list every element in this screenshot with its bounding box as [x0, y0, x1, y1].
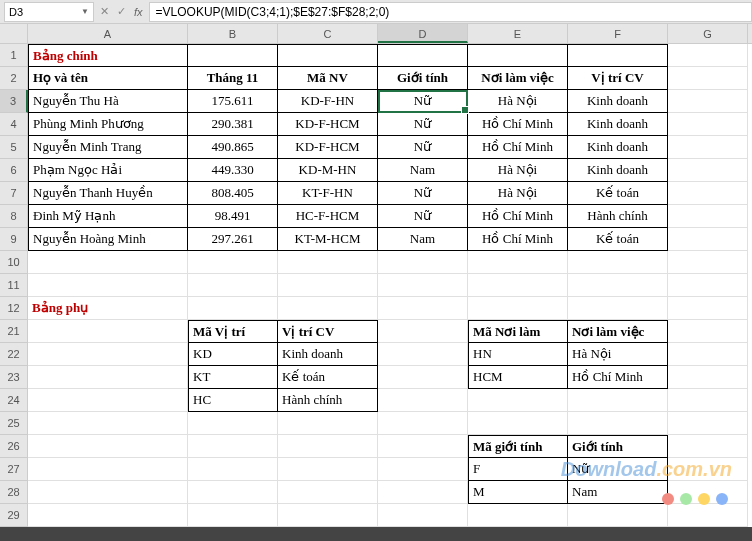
row-header[interactable]: 1 — [0, 44, 28, 67]
spreadsheet-grid[interactable]: A B C D E F G 1 Bảng chính 2 Họ và tên T… — [0, 24, 752, 527]
table-cell[interactable]: Nguyễn Minh Trang — [28, 136, 188, 159]
table-cell[interactable]: KT-M-HCM — [278, 228, 378, 251]
confirm-icon[interactable]: ✓ — [117, 5, 126, 18]
row-header[interactable]: 12 — [0, 297, 28, 320]
table-cell[interactable]: Kế toán — [568, 182, 668, 205]
table-cell[interactable]: Hồ Chí Minh — [468, 228, 568, 251]
row-header[interactable]: 21 — [0, 320, 28, 343]
row-header[interactable]: 29 — [0, 504, 28, 527]
section-title[interactable]: Bảng chính — [28, 44, 188, 67]
col-header[interactable]: B — [188, 24, 278, 43]
table-cell[interactable]: Phạm Ngọc Hải — [28, 159, 188, 182]
row-header[interactable]: 11 — [0, 274, 28, 297]
table-cell[interactable]: 449.330 — [188, 159, 278, 182]
place-h-code[interactable]: Mã Nơi làm — [468, 320, 568, 343]
row-header[interactable]: 25 — [0, 412, 28, 435]
th-pos[interactable]: Vị trí CV — [568, 67, 668, 90]
table-cell[interactable]: Hà Nội — [568, 343, 668, 366]
table-cell[interactable]: Nữ — [378, 182, 468, 205]
formula-input[interactable]: =VLOOKUP(MID(C3;4;1);$E$27:$F$28;2;0) — [149, 2, 752, 22]
table-cell[interactable]: Hồ Chí Minh — [468, 205, 568, 228]
sex-h-name[interactable]: Giới tính — [568, 435, 668, 458]
table-cell[interactable]: 490.865 — [188, 136, 278, 159]
table-cell[interactable]: 808.405 — [188, 182, 278, 205]
table-cell[interactable]: Kế toán — [568, 228, 668, 251]
table-cell[interactable]: Hồ Chí Minh — [468, 113, 568, 136]
table-cell[interactable]: Hà Nội — [468, 182, 568, 205]
row-header[interactable]: 2 — [0, 67, 28, 90]
table-cell[interactable]: 297.261 — [188, 228, 278, 251]
table-cell[interactable]: HCM — [468, 366, 568, 389]
table-cell[interactable]: KD-F-HCM — [278, 113, 378, 136]
col-header[interactable]: F — [568, 24, 668, 43]
th-month[interactable]: Tháng 11 — [188, 67, 278, 90]
row-header[interactable]: 8 — [0, 205, 28, 228]
table-cell[interactable]: Kinh doanh — [278, 343, 378, 366]
table-cell[interactable]: Nữ — [378, 113, 468, 136]
table-cell[interactable]: KT-F-HN — [278, 182, 378, 205]
table-cell[interactable]: 175.611 — [188, 90, 278, 113]
table-cell[interactable]: KD-M-HN — [278, 159, 378, 182]
table-cell[interactable]: Kinh doanh — [568, 90, 668, 113]
th-sex[interactable]: Giới tính — [378, 67, 468, 90]
section-title[interactable]: Bảng phụ — [28, 297, 188, 320]
row-header[interactable]: 28 — [0, 481, 28, 504]
col-header[interactable]: G — [668, 24, 748, 43]
table-cell[interactable]: Nữ — [378, 90, 468, 113]
table-cell[interactable]: HC — [188, 389, 278, 412]
table-cell[interactable]: Nguyễn Thanh Huyền — [28, 182, 188, 205]
table-cell[interactable]: Hành chính — [278, 389, 378, 412]
row-header[interactable]: 4 — [0, 113, 28, 136]
sex-h-code[interactable]: Mã giới tính — [468, 435, 568, 458]
row-header[interactable]: 27 — [0, 458, 28, 481]
table-cell[interactable]: Hành chính — [568, 205, 668, 228]
table-cell[interactable]: Hà Nội — [468, 90, 568, 113]
table-cell[interactable]: Kinh doanh — [568, 136, 668, 159]
pos-h-name[interactable]: Vị trí CV — [278, 320, 378, 343]
cancel-icon[interactable]: ✕ — [100, 5, 109, 18]
table-cell[interactable]: Kế toán — [278, 366, 378, 389]
chevron-down-icon[interactable]: ▼ — [81, 7, 89, 16]
row-header[interactable]: 9 — [0, 228, 28, 251]
th-code[interactable]: Mã NV — [278, 67, 378, 90]
table-cell[interactable]: F — [468, 458, 568, 481]
table-cell[interactable]: Nam — [378, 228, 468, 251]
row-header[interactable]: 6 — [0, 159, 28, 182]
table-cell[interactable]: Nguyễn Hoàng Minh — [28, 228, 188, 251]
table-cell[interactable]: HC-F-HCM — [278, 205, 378, 228]
row-header[interactable]: 23 — [0, 366, 28, 389]
row-header[interactable]: 26 — [0, 435, 28, 458]
table-cell[interactable]: KD — [188, 343, 278, 366]
row-header[interactable]: 10 — [0, 251, 28, 274]
col-header[interactable]: E — [468, 24, 568, 43]
row-header[interactable]: 7 — [0, 182, 28, 205]
table-cell[interactable]: Nữ — [378, 205, 468, 228]
table-cell[interactable]: Nữ — [378, 136, 468, 159]
table-cell[interactable]: KD-F-HCM — [278, 136, 378, 159]
table-cell[interactable]: KD-F-HN — [278, 90, 378, 113]
table-cell[interactable]: M — [468, 481, 568, 504]
th-place[interactable]: Nơi làm việc — [468, 67, 568, 90]
table-cell[interactable]: Nam — [378, 159, 468, 182]
row-header[interactable]: 5 — [0, 136, 28, 159]
name-box[interactable]: D3 ▼ — [4, 2, 94, 22]
table-cell[interactable]: Phùng Minh Phương — [28, 113, 188, 136]
place-h-name[interactable]: Nơi làm việc — [568, 320, 668, 343]
table-cell[interactable]: Hồ Chí Minh — [568, 366, 668, 389]
table-cell[interactable]: 290.381 — [188, 113, 278, 136]
table-cell[interactable]: Nguyễn Thu Hà — [28, 90, 188, 113]
table-cell[interactable]: 98.491 — [188, 205, 278, 228]
pos-h-code[interactable]: Mã Vị trí — [188, 320, 278, 343]
table-cell[interactable]: Đinh Mỹ Hạnh — [28, 205, 188, 228]
table-cell[interactable]: Kinh doanh — [568, 113, 668, 136]
th-name[interactable]: Họ và tên — [28, 67, 188, 90]
col-header[interactable]: C — [278, 24, 378, 43]
row-header[interactable]: 24 — [0, 389, 28, 412]
select-all-corner[interactable] — [0, 24, 28, 43]
table-cell[interactable]: Hà Nội — [468, 159, 568, 182]
table-cell[interactable]: KT — [188, 366, 278, 389]
col-header[interactable]: D — [378, 24, 468, 43]
table-cell[interactable]: Hồ Chí Minh — [468, 136, 568, 159]
table-cell[interactable]: Nữ — [568, 458, 668, 481]
table-cell[interactable]: Nam — [568, 481, 668, 504]
